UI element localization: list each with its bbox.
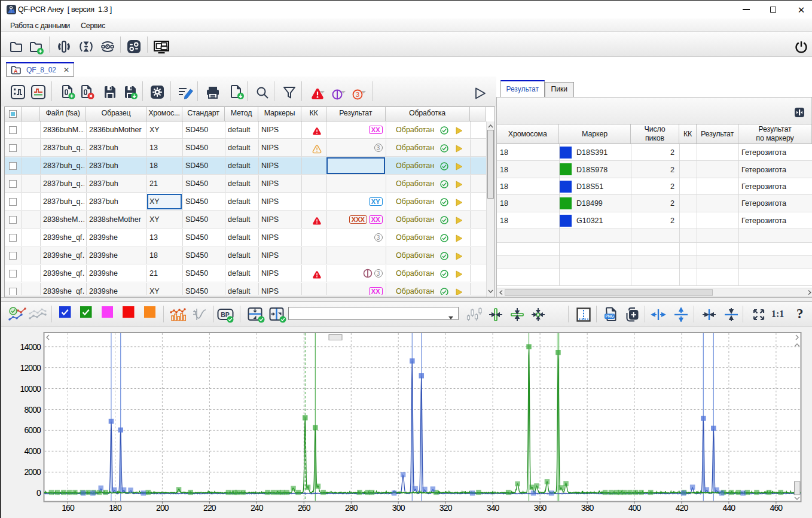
svg-text:14000: 14000 [20,342,42,352]
svg-text:280: 280 [345,503,358,513]
svg-text:3: 3 [356,91,359,98]
svg-text:460: 460 [770,503,783,513]
svg-text:240: 240 [251,503,264,513]
svg-text:320: 320 [439,503,453,513]
svg-text:380: 380 [581,503,594,513]
svg-text:440: 440 [723,503,736,513]
svg-text:180: 180 [109,503,122,513]
svg-text:6000: 6000 [24,425,41,435]
svg-text:420: 420 [676,503,689,513]
svg-text:8000: 8000 [24,405,41,415]
svg-text:12000: 12000 [20,363,42,373]
svg-text:340: 340 [487,503,500,513]
svg-text:300: 300 [392,503,405,513]
svg-text:360: 360 [534,503,547,513]
svg-text:0: 0 [36,488,41,498]
svg-text:200: 200 [156,503,169,513]
svg-text:220: 220 [203,503,216,513]
svg-text:2000: 2000 [24,467,41,477]
svg-text:PNG: PNG [605,314,613,318]
svg-text:A: A [14,68,18,74]
svg-text:400: 400 [628,503,642,513]
svg-text:10000: 10000 [20,384,42,394]
svg-text:4000: 4000 [24,446,41,456]
svg-text:160: 160 [62,503,75,513]
svg-text:260: 260 [298,503,311,513]
